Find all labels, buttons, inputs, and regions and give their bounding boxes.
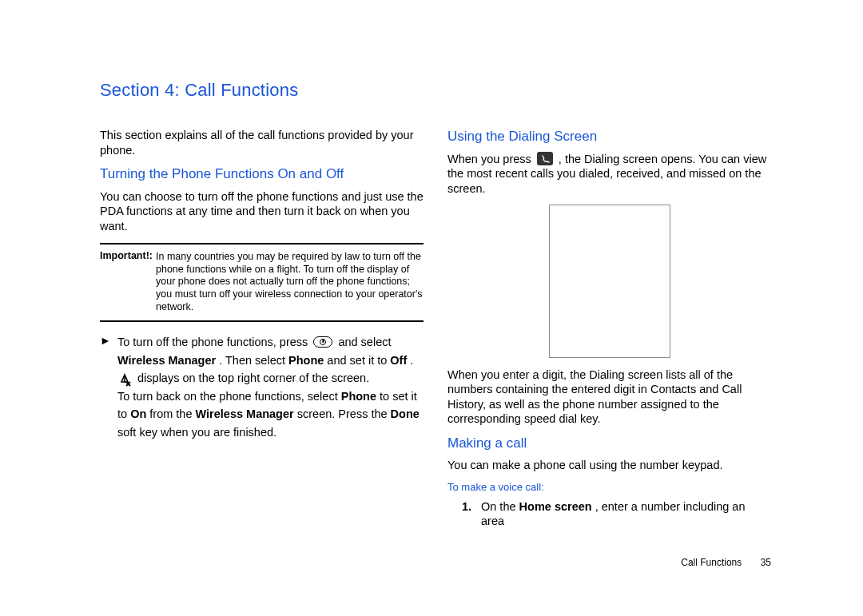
important-label: Important!:: [100, 250, 153, 261]
call-key-icon: [537, 152, 553, 165]
triangle-bullet-icon: ►: [100, 333, 117, 441]
text: from the: [149, 407, 195, 420]
text: . Then select: [219, 354, 288, 367]
text: screen. Press the: [297, 407, 391, 420]
important-body: In many countries you may be required by…: [156, 251, 424, 313]
right-column: Using the Dialing Screen When you press …: [447, 128, 771, 529]
page-footer: Call Functions 35: [681, 557, 771, 568]
heading-turning-on-off: Turning the Phone Functions On and Off: [100, 165, 424, 183]
bold-text: On: [130, 407, 146, 420]
section-title: Section 4: Call Functions: [100, 80, 771, 101]
intro-paragraph: This section explains all of the call fu…: [100, 128, 424, 157]
bullet-body: To turn off the phone functions, press a…: [117, 333, 424, 441]
manual-page: Section 4: Call Functions This section e…: [0, 0, 863, 616]
text: displays on the top right corner of the …: [137, 372, 369, 384]
heading-dialing-screen: Using the Dialing Screen: [447, 128, 771, 145]
power-button-icon: [313, 336, 332, 348]
bold-text: Wireless Manager: [196, 407, 294, 420]
text: .: [410, 354, 413, 367]
bold-text: Done: [391, 407, 420, 420]
paragraph-dialing-open: When you press , the Dialing screen open…: [447, 152, 771, 197]
bullet-item: ► To turn off the phone functions, press…: [100, 333, 424, 441]
no-signal-icon: [117, 373, 132, 387]
paragraph-turning: You can choose to turn off the phone fun…: [100, 189, 424, 234]
text: To turn off the phone functions, press: [117, 336, 311, 348]
text: To turn back on the phone functions, sel…: [117, 390, 341, 403]
step-number: 1.: [462, 499, 481, 529]
screenshot-placeholder: [549, 205, 670, 358]
paragraph-dialing-digits: When you enter a digit, the Dialing scre…: [447, 368, 771, 427]
bold-text: Phone: [288, 354, 324, 367]
text: and select: [338, 336, 391, 348]
footer-page-number: 35: [761, 557, 771, 568]
text: soft key when you are finished.: [117, 426, 276, 439]
bold-text: Wireless Manager: [117, 354, 216, 367]
numbered-step: 1. On the Home screen , enter a number i…: [462, 499, 771, 529]
text: and set it to: [327, 354, 390, 367]
step-body: On the Home screen , enter a number incl…: [481, 499, 771, 529]
heading-making-call: Making a call: [447, 435, 771, 452]
two-column-layout: This section explains all of the call fu…: [100, 128, 771, 529]
important-note: Important!: In many countries you may be…: [100, 243, 424, 322]
bold-text: Home screen: [519, 500, 592, 513]
text: When you press: [447, 153, 535, 165]
footer-section-label: Call Functions: [681, 557, 742, 568]
heading-voice-call: To make a voice call:: [447, 481, 771, 495]
bold-text: Off: [390, 354, 407, 367]
text: On the: [481, 500, 519, 513]
left-column: This section explains all of the call fu…: [100, 128, 424, 529]
bold-text: Phone: [341, 390, 376, 403]
paragraph-making-call: You can make a phone call using the numb…: [447, 458, 771, 473]
